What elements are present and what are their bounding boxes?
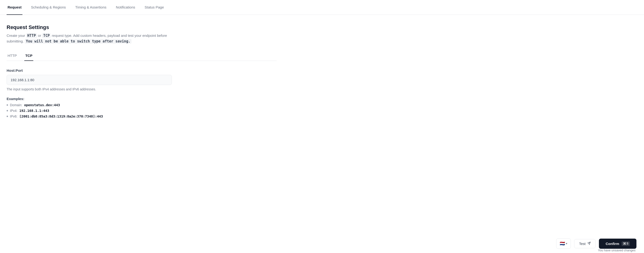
test-button[interactable]: Test [574,239,596,248]
chevron-down-icon: ▾ [566,242,567,245]
tab-bar: Request Scheduling & Regions Timing & As… [0,0,644,15]
shortcut-badge: ⌘ S [622,242,630,246]
main-content: Request Settings Create your HTTP or TCP… [0,15,283,148]
sub-tab-tcp[interactable]: TCP [24,51,33,61]
http-code: HTTP [26,33,37,38]
flag-icon: 🇳🇱 [560,241,565,246]
sub-tab-bar: HTTP TCP [6,51,277,61]
send-icon [587,242,591,246]
example-ipv6: IPv6: [2001:db8:85a3:8d3:1319:8a2e:370:7… [6,114,277,118]
confirm-button-label: Confirm [606,242,619,246]
examples-title: Examples: [6,97,277,101]
tab-notifications[interactable]: Notifications [115,0,136,15]
confirm-button[interactable]: Confirm ⌘ S [599,238,636,249]
examples-section: Examples: Domain: openstatus.dev:443 IPv… [6,97,277,118]
tab-request[interactable]: Request [6,0,22,15]
example-ipv4-value: 192.168.1.1:443 [19,109,49,112]
example-ipv4: IPv4: 192.168.1.1:443 [6,109,277,112]
region-flag-button[interactable]: 🇳🇱 ▾ [556,238,571,249]
example-ipv6-value: [2001:db8:85a3:8d3:1319:8a2e:370:7348]:4… [19,114,103,118]
example-ipv4-label: IPv4: [10,109,18,112]
host-port-label: Host:Port [6,68,277,72]
section-description: Create your HTTP or TCP request type. Ad… [6,33,172,44]
bullet-icon [6,116,8,117]
tab-timing[interactable]: Timing & Assertions [74,0,108,15]
tab-status-page[interactable]: Status Page [144,0,165,15]
shortcut-key: S [626,242,628,245]
host-port-input[interactable] [6,75,172,85]
example-domain-label: Domain: [10,103,22,107]
host-port-field-group: Host:Port The input supports both IPv4 a… [6,68,277,91]
sub-tab-http[interactable]: HTTP [6,51,18,61]
warning-text: You will not be able to switch type afte… [25,39,132,44]
tcp-code: TCP [42,33,51,38]
bottom-bar: 🇳🇱 ▾ Test Confirm ⌘ S You have unsaved c… [0,234,644,253]
example-domain: Domain: openstatus.dev:443 [6,103,277,107]
example-ipv6-label: IPv6: [10,114,18,118]
unsaved-changes-label: You have unsaved changes [598,248,636,252]
page-title: Request Settings [6,24,277,30]
tab-scheduling[interactable]: Scheduling & Regions [30,0,67,15]
example-domain-value: openstatus.dev:443 [24,103,60,107]
host-port-hint: The input supports both IPv4 addresses a… [6,87,277,91]
test-button-label: Test [579,242,586,246]
bullet-icon [6,110,8,112]
bullet-icon [6,104,8,106]
cmd-symbol: ⌘ [623,242,626,246]
